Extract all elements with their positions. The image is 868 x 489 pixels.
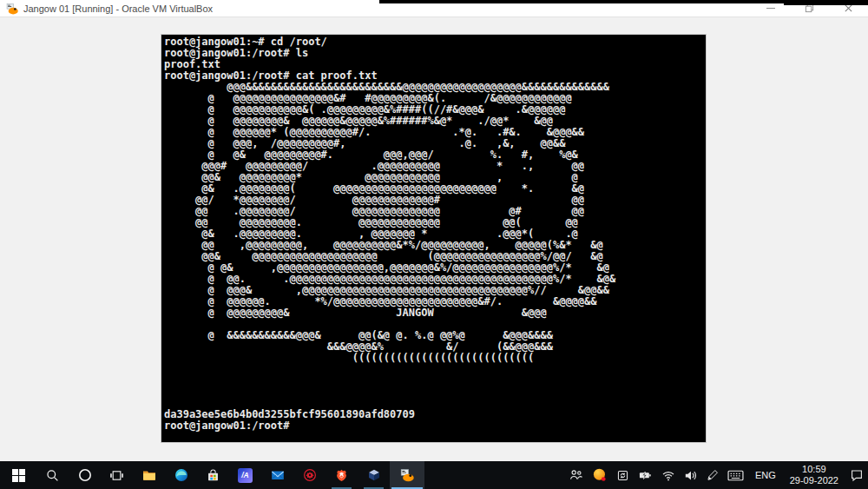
mail-envelope-icon [271, 468, 285, 482]
tray-pen-button[interactable] [702, 461, 723, 489]
microsoft-store-button[interactable] [197, 461, 229, 489]
tray-touch-keyboard-button[interactable] [723, 461, 748, 489]
tray-orange-status-button[interactable] [588, 461, 612, 489]
tray-rotation-lock-button[interactable] [612, 461, 634, 489]
task-view-button[interactable] [101, 461, 133, 489]
task-view-icon [110, 469, 123, 482]
virtualbox-button[interactable] [358, 461, 390, 489]
language-indicator[interactable]: ENG [748, 461, 783, 489]
clock-time: 10:59 [802, 464, 826, 475]
virtualbox-vm-icon [6, 3, 18, 15]
edge-browser-icon [174, 468, 188, 482]
store-bag-icon [207, 469, 220, 482]
orange-status-ball-icon [592, 467, 608, 483]
windows-logo-icon [12, 469, 25, 482]
vm-display[interactable]: root@jangow01:~# cd /root/ root@jangow01… [161, 35, 706, 442]
window-title: Jangow 01 [Running] - Oracle VM VirtualB… [23, 3, 213, 14]
top-black-strip-corner [784, 0, 868, 5]
tray-wifi-button[interactable] [657, 461, 680, 489]
tray-battery-button[interactable] [634, 461, 657, 489]
cortana-button[interactable] [69, 461, 101, 489]
action-center-button[interactable] [845, 461, 868, 489]
system-tray: ENG 10:59 29-09-2022 [565, 461, 868, 489]
vm-display-icon [400, 468, 414, 482]
search-icon [46, 469, 59, 482]
pen-icon [707, 469, 719, 481]
app-slash-a-button[interactable]: /A [229, 461, 261, 489]
touch-keyboard-icon [727, 469, 744, 482]
notification-icon [850, 468, 864, 482]
vm-window-button[interactable] [390, 461, 424, 489]
start-button[interactable] [0, 461, 36, 489]
virtualbox-cube-icon [367, 468, 381, 482]
folder-icon [142, 468, 156, 482]
edge-button[interactable] [165, 461, 197, 489]
people-icon [569, 468, 583, 482]
minimize-icon [766, 8, 775, 9]
brave-lion-icon [335, 468, 348, 482]
screen: Jangow 01 [Running] - Oracle VM VirtualB… [0, 0, 868, 489]
battery-charging-icon [638, 469, 653, 482]
virtualbox-window-body: root@jangow01:~# cd /root/ root@jangow01… [0, 17, 868, 461]
rotation-lock-icon [616, 469, 629, 482]
file-explorer-button[interactable] [133, 461, 165, 489]
taskbar: /A [0, 461, 868, 489]
wifi-icon [661, 469, 675, 482]
mail-button[interactable] [261, 461, 293, 489]
slash-a-app-icon: /A [238, 468, 253, 483]
taskbar-clock[interactable]: 10:59 29-09-2022 [783, 461, 845, 489]
volume-icon [684, 469, 698, 482]
terminal-output[interactable]: root@jangow01:~# cd /root/ root@jangow01… [161, 35, 706, 432]
brave-browser-button[interactable] [326, 461, 358, 489]
taskbar-search-button[interactable] [36, 461, 69, 489]
tray-people-button[interactable] [565, 461, 588, 489]
red-gear-circle-icon [303, 468, 317, 482]
red-gear-app-button[interactable] [293, 461, 326, 489]
cortana-circle-icon [78, 468, 92, 482]
clock-date: 29-09-2022 [790, 475, 838, 486]
tray-volume-button[interactable] [680, 461, 702, 489]
